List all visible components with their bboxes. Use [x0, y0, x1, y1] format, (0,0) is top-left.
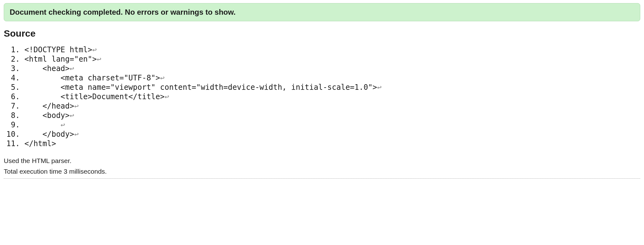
divider — [4, 178, 640, 179]
source-line: <meta name="viewport" content="width=dev… — [24, 83, 640, 92]
source-line-text — [24, 120, 61, 129]
source-line: </head>↩ — [24, 101, 640, 111]
success-banner: Document checking completed. No errors o… — [4, 3, 640, 21]
newline-icon: ↩ — [377, 83, 381, 92]
source-heading: Source — [4, 28, 640, 39]
newline-icon: ↩ — [97, 55, 101, 64]
source-line-text: </html> — [24, 139, 56, 148]
source-line-text: <html lang="en"> — [24, 55, 97, 64]
newline-icon: ↩ — [74, 130, 79, 139]
parser-info: Used the HTML parser. — [4, 157, 640, 165]
source-line-text: <meta charset="UTF-8"> — [24, 74, 160, 82]
newline-icon: ↩ — [70, 64, 74, 73]
source-line: <!DOCTYPE html>↩ — [24, 45, 640, 54]
source-line: <html lang="en">↩ — [24, 54, 640, 64]
newline-icon: ↩ — [165, 92, 169, 101]
source-line: <meta charset="UTF-8">↩ — [24, 73, 640, 83]
source-line: <body>↩ — [24, 111, 640, 120]
newline-icon: ↩ — [61, 120, 65, 129]
source-line: </body>↩ — [24, 130, 640, 139]
source-line-text: <body> — [24, 111, 70, 120]
source-line-text: <meta name="viewport" content="width=dev… — [24, 83, 377, 92]
source-line: </html> — [24, 139, 640, 148]
source-line: ↩ — [24, 120, 640, 130]
source-line: <title>Document</title>↩ — [24, 92, 640, 101]
newline-icon: ↩ — [92, 45, 97, 54]
source-code-list: <!DOCTYPE html>↩<html lang="en">↩ <head>… — [4, 45, 640, 148]
success-message: Document checking completed. No errors o… — [10, 8, 236, 16]
newline-icon: ↩ — [70, 111, 74, 120]
source-line-text: <title>Document</title> — [24, 92, 165, 101]
source-line-text: <!DOCTYPE html> — [24, 45, 92, 54]
newline-icon: ↩ — [160, 74, 164, 82]
source-line-text: </head> — [24, 102, 74, 110]
source-line-text: </body> — [24, 130, 74, 139]
execution-time: Total execution time 3 milliseconds. — [4, 168, 640, 175]
source-line: <head>↩ — [24, 64, 640, 73]
source-line-text: <head> — [24, 64, 70, 73]
newline-icon: ↩ — [74, 102, 79, 110]
